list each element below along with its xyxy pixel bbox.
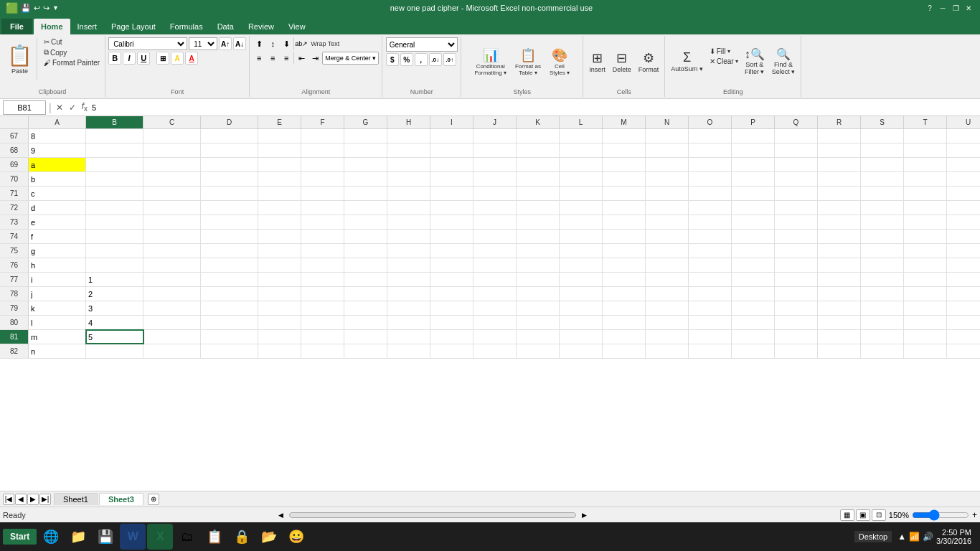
cell-n82[interactable] [646, 344, 689, 358]
quick-access-toolbar[interactable]: 🟩 💾 ↩ ↪ ▼ [6, 2, 59, 14]
cell-b67[interactable] [86, 129, 143, 143]
cell-t74[interactable] [904, 230, 947, 243]
cell-k77[interactable] [517, 273, 560, 286]
cell-e76[interactable] [258, 258, 301, 272]
col-header-t[interactable]: T [904, 116, 947, 128]
cell-h71[interactable] [387, 187, 430, 200]
cell-l75[interactable] [560, 244, 603, 258]
cell-b69[interactable] [86, 158, 143, 171]
cell-reference-box[interactable]: B81 [3, 100, 46, 115]
cell-e71[interactable] [258, 187, 301, 200]
cell-h75[interactable] [387, 244, 430, 258]
col-header-d[interactable]: D [201, 116, 258, 128]
cell-o79[interactable] [689, 301, 732, 315]
cell-b74[interactable] [86, 230, 143, 243]
col-header-p[interactable]: P [732, 116, 775, 128]
cell-f67[interactable] [301, 129, 344, 143]
cell-k68[interactable] [517, 143, 560, 157]
cell-p74[interactable] [732, 230, 775, 243]
format-button[interactable]: ⚙ Format [636, 40, 662, 83]
cell-c73[interactable] [143, 215, 201, 229]
tab-view[interactable]: View [281, 19, 313, 34]
cell-m82[interactable] [603, 344, 646, 358]
cell-h68[interactable] [387, 143, 430, 157]
cell-h82[interactable] [387, 344, 430, 358]
cell-a78[interactable]: j [29, 287, 86, 301]
cell-t71[interactable] [904, 187, 947, 200]
cell-o80[interactable] [689, 316, 732, 329]
cell-t70[interactable] [904, 172, 947, 186]
cell-d72[interactable] [201, 201, 258, 215]
cell-a76[interactable]: h [29, 258, 86, 272]
cell-c67[interactable] [143, 129, 201, 143]
conditional-formatting-button[interactable]: 📊 ConditionalFormatting ▾ [471, 40, 509, 83]
zoom-slider[interactable] [912, 509, 969, 521]
cell-d68[interactable] [201, 143, 258, 157]
fill-button[interactable]: ⬇ Fill ▾ [707, 47, 740, 56]
cell-r78[interactable] [818, 287, 861, 301]
cell-r76[interactable] [818, 258, 861, 272]
cell-t76[interactable] [904, 258, 947, 272]
col-header-r[interactable]: R [818, 116, 861, 128]
cell-u70[interactable] [947, 172, 980, 186]
cell-r72[interactable] [818, 201, 861, 215]
help-icon[interactable]: ? [924, 3, 936, 13]
cell-g75[interactable] [344, 244, 387, 258]
col-header-e[interactable]: E [258, 116, 301, 128]
cell-i82[interactable] [430, 344, 473, 358]
cell-i74[interactable] [430, 230, 473, 243]
cell-b72[interactable] [86, 201, 143, 215]
cell-m70[interactable] [603, 172, 646, 186]
cell-u72[interactable] [947, 201, 980, 215]
cell-j67[interactable] [473, 129, 517, 143]
cell-e77[interactable] [258, 273, 301, 286]
cell-r69[interactable] [818, 158, 861, 171]
cell-p71[interactable] [732, 187, 775, 200]
cell-c72[interactable] [143, 201, 201, 215]
cell-g79[interactable] [344, 301, 387, 315]
cell-j79[interactable] [473, 301, 517, 315]
cell-p72[interactable] [732, 201, 775, 215]
taskbar-files[interactable]: 🗂 [174, 524, 200, 550]
cell-c78[interactable] [143, 287, 201, 301]
cell-q82[interactable] [775, 344, 818, 358]
decrease-decimal-button[interactable]: .0↓ [429, 53, 442, 66]
cell-b82[interactable] [86, 344, 143, 358]
cell-o67[interactable] [689, 129, 732, 143]
cell-t80[interactable] [904, 316, 947, 329]
cell-f78[interactable] [301, 287, 344, 301]
cell-h67[interactable] [387, 129, 430, 143]
cell-d76[interactable] [201, 258, 258, 272]
start-button[interactable]: Start [3, 529, 37, 545]
cell-f70[interactable] [301, 172, 344, 186]
cell-q79[interactable] [775, 301, 818, 315]
cell-g81[interactable] [344, 330, 387, 344]
increase-indent-button[interactable]: ⇥ [308, 52, 321, 65]
cell-l67[interactable] [560, 129, 603, 143]
cell-e79[interactable] [258, 301, 301, 315]
row-header-82[interactable]: 82 [0, 344, 29, 358]
cell-q74[interactable] [775, 230, 818, 243]
cell-n69[interactable] [646, 158, 689, 171]
percent-button[interactable]: % [400, 53, 413, 66]
cell-o81[interactable] [689, 330, 732, 344]
cell-n72[interactable] [646, 201, 689, 215]
cell-s68[interactable] [861, 143, 904, 157]
taskbar-excel[interactable]: X [147, 524, 173, 550]
insert-button[interactable]: ⊞ Insert [586, 40, 608, 83]
font-size-select[interactable]: 11 [189, 37, 217, 50]
cell-q73[interactable] [775, 215, 818, 229]
rows-container[interactable]: 67868969a70b71c72d73e74f75g76h77i178j279… [0, 129, 980, 491]
cell-g69[interactable] [344, 158, 387, 171]
cell-f72[interactable] [301, 201, 344, 215]
cell-h73[interactable] [387, 215, 430, 229]
tab-page-layout[interactable]: Page Layout [104, 19, 163, 34]
cell-q69[interactable] [775, 158, 818, 171]
number-format-select[interactable]: General [386, 37, 458, 52]
copy-button[interactable]: ⧉ Copy [42, 47, 102, 57]
cell-e73[interactable] [258, 215, 301, 229]
cell-q75[interactable] [775, 244, 818, 258]
cell-m75[interactable] [603, 244, 646, 258]
sheet-navigation[interactable]: |◀ ◀ ▶ ▶| [3, 494, 51, 505]
cell-d81[interactable] [201, 330, 258, 344]
